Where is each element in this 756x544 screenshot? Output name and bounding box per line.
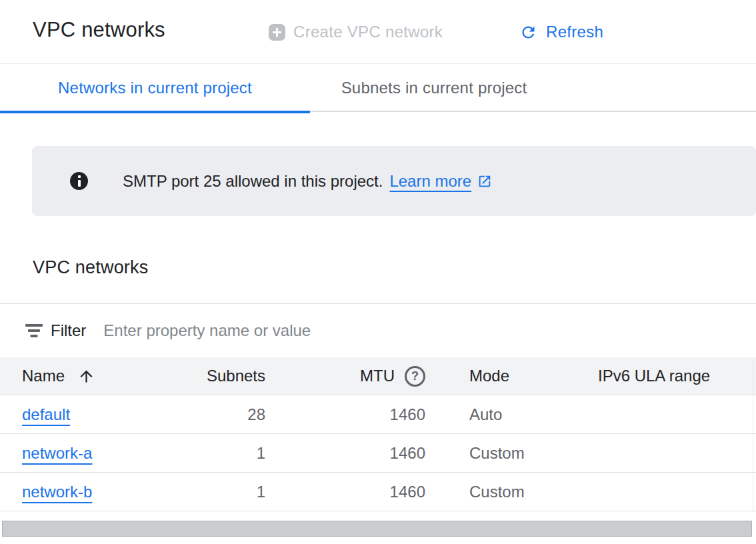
horizontal-scrollbar — [0, 521, 756, 537]
tab-bar: Networks in current project Subnets in c… — [0, 64, 756, 112]
plus-icon — [269, 24, 285, 41]
table-header-row: Name Subnets MTU ? Mode IPv6 ULA range — [0, 357, 756, 395]
sort-ascending-icon — [77, 367, 95, 385]
filter-bar: Filter — [0, 304, 756, 357]
network-link-default[interactable]: default — [22, 405, 70, 423]
cell-subnets: 1 — [177, 444, 265, 463]
open-in-new-icon — [477, 174, 492, 189]
cell-mtu: 1460 — [265, 444, 425, 463]
network-link-network-b[interactable]: network-b — [22, 483, 92, 501]
refresh-label: Refresh — [546, 23, 603, 41]
page-header: VPC networks Create VPC network Refresh — [0, 0, 756, 64]
table-row: default 28 1460 Auto — [0, 395, 756, 434]
section-title: VPC networks — [33, 257, 148, 278]
column-header-mtu[interactable]: MTU ? — [265, 366, 425, 387]
column-header-ipv6-ula-range[interactable]: IPv6 ULA range — [554, 367, 756, 385]
network-link-network-a[interactable]: network-a — [22, 444, 92, 462]
cell-mode: Custom — [425, 483, 554, 501]
table-row: network-a 1 1460 Custom — [0, 434, 756, 473]
learn-more-label: Learn more — [389, 172, 471, 191]
smtp-info-banner: SMTP port 25 allowed in this project. Le… — [32, 146, 756, 216]
column-label: Mode — [469, 367, 509, 385]
tab-label: Networks in current project — [58, 79, 252, 97]
page-title: VPC networks — [33, 18, 165, 42]
filter-input[interactable] — [103, 321, 610, 340]
banner-message: SMTP port 25 allowed in this project. — [123, 172, 383, 191]
tab-networks-in-current-project[interactable]: Networks in current project — [0, 64, 310, 112]
column-label: Name — [22, 367, 65, 385]
cell-mode: Custom — [425, 444, 554, 463]
info-icon — [70, 172, 88, 190]
table-body: default 28 1460 Auto network-a 1 1460 Cu… — [0, 395, 756, 511]
cell-subnets: 1 — [177, 483, 265, 501]
table-right-edge-divider — [753, 357, 753, 512]
column-label: Subnets — [207, 367, 265, 385]
filter-label: Filter — [51, 321, 86, 340]
create-vpc-network-button[interactable]: Create VPC network — [269, 16, 443, 48]
cell-mtu: 1460 — [265, 405, 425, 424]
create-vpc-network-label: Create VPC network — [293, 23, 443, 41]
column-label: IPv6 ULA range — [598, 367, 710, 385]
column-label: MTU — [360, 367, 395, 385]
column-header-name[interactable]: Name — [0, 367, 177, 385]
cell-mtu: 1460 — [265, 483, 425, 501]
refresh-button[interactable]: Refresh — [519, 16, 603, 48]
learn-more-link[interactable]: Learn more — [389, 172, 492, 191]
filter-icon[interactable] — [25, 324, 43, 337]
column-header-mode[interactable]: Mode — [425, 367, 554, 385]
refresh-icon — [519, 23, 537, 41]
cell-subnets: 28 — [177, 405, 265, 424]
column-header-subnets[interactable]: Subnets — [177, 367, 265, 385]
cell-mode: Auto — [425, 405, 554, 424]
tab-subnets-in-current-project[interactable]: Subnets in current project — [310, 64, 558, 112]
table-row: network-b 1 1460 Custom — [0, 473, 756, 511]
help-icon[interactable]: ? — [405, 366, 425, 387]
tab-label: Subnets in current project — [341, 79, 527, 97]
scrollbar-thumb[interactable] — [2, 521, 752, 537]
